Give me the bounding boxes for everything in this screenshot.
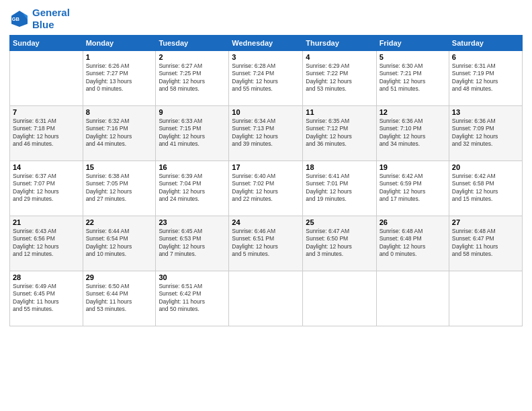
cell-info: Sunrise: 6:34 AM Sunset: 7:13 PM Dayligh… xyxy=(232,118,300,148)
cell-info: Sunrise: 6:48 AM Sunset: 6:48 PM Dayligh… xyxy=(380,228,446,259)
calendar-cell: 4Sunrise: 6:29 AM Sunset: 7:22 PM Daylig… xyxy=(303,51,376,106)
cell-info: Sunrise: 6:36 AM Sunset: 7:10 PM Dayligh… xyxy=(380,118,446,148)
day-number: 4 xyxy=(306,53,373,61)
weekday-header-saturday: Saturday xyxy=(449,36,522,51)
weekday-header-sunday: Sunday xyxy=(10,36,83,51)
calendar-cell: 21Sunrise: 6:43 AM Sunset: 6:56 PM Dayli… xyxy=(10,216,83,271)
calendar-cell: 29Sunrise: 6:50 AM Sunset: 6:44 PM Dayli… xyxy=(83,271,156,326)
day-number: 21 xyxy=(13,218,80,226)
calendar-cell: 20Sunrise: 6:42 AM Sunset: 6:58 PM Dayli… xyxy=(449,161,522,216)
day-number: 18 xyxy=(306,163,373,171)
day-number: 1 xyxy=(86,53,153,61)
cell-info: Sunrise: 6:51 AM Sunset: 6:42 PM Dayligh… xyxy=(159,283,226,314)
cell-info: Sunrise: 6:30 AM Sunset: 7:21 PM Dayligh… xyxy=(380,62,446,93)
cell-info: Sunrise: 6:49 AM Sunset: 6:45 PM Dayligh… xyxy=(13,283,80,314)
calendar-cell: 1Sunrise: 6:26 AM Sunset: 7:27 PM Daylig… xyxy=(83,51,156,106)
calendar-cell: 7Sunrise: 6:31 AM Sunset: 7:18 PM Daylig… xyxy=(10,106,83,161)
cell-info: Sunrise: 6:26 AM Sunset: 7:27 PM Dayligh… xyxy=(86,62,153,93)
weekday-header-tuesday: Tuesday xyxy=(156,36,229,51)
calendar-cell: 28Sunrise: 6:49 AM Sunset: 6:45 PM Dayli… xyxy=(10,271,83,326)
calendar-cell: 11Sunrise: 6:35 AM Sunset: 7:12 PM Dayli… xyxy=(303,106,376,161)
day-number: 12 xyxy=(380,108,446,116)
day-number: 11 xyxy=(306,108,373,116)
calendar-cell: 30Sunrise: 6:51 AM Sunset: 6:42 PM Dayli… xyxy=(156,271,229,326)
cell-info: Sunrise: 6:47 AM Sunset: 6:50 PM Dayligh… xyxy=(306,228,373,259)
week-row-1: 1Sunrise: 6:26 AM Sunset: 7:27 PM Daylig… xyxy=(10,51,523,106)
calendar-cell: 14Sunrise: 6:37 AM Sunset: 7:07 PM Dayli… xyxy=(10,161,83,216)
weekday-header-row: SundayMondayTuesdayWednesdayThursdayFrid… xyxy=(10,36,523,51)
day-number: 6 xyxy=(452,53,519,61)
week-row-4: 21Sunrise: 6:43 AM Sunset: 6:56 PM Dayli… xyxy=(10,216,523,271)
day-number: 15 xyxy=(86,163,153,171)
day-number: 20 xyxy=(452,163,519,171)
calendar-cell: 18Sunrise: 6:41 AM Sunset: 7:01 PM Dayli… xyxy=(303,161,376,216)
calendar-cell: 27Sunrise: 6:48 AM Sunset: 6:47 PM Dayli… xyxy=(449,216,522,271)
header: GB General Blue xyxy=(9,7,523,31)
calendar-cell: 19Sunrise: 6:42 AM Sunset: 6:59 PM Dayli… xyxy=(376,161,449,216)
logo: GB General Blue xyxy=(9,7,70,31)
cell-info: Sunrise: 6:45 AM Sunset: 6:53 PM Dayligh… xyxy=(159,228,226,259)
week-row-2: 7Sunrise: 6:31 AM Sunset: 7:18 PM Daylig… xyxy=(10,106,523,161)
cell-info: Sunrise: 6:40 AM Sunset: 7:02 PM Dayligh… xyxy=(232,173,300,203)
calendar-cell xyxy=(229,271,303,326)
calendar-cell: 25Sunrise: 6:47 AM Sunset: 6:50 PM Dayli… xyxy=(303,216,376,271)
cell-info: Sunrise: 6:42 AM Sunset: 6:58 PM Dayligh… xyxy=(452,173,519,203)
day-number: 28 xyxy=(13,273,80,281)
cell-info: Sunrise: 6:35 AM Sunset: 7:12 PM Dayligh… xyxy=(306,118,373,148)
calendar-cell: 5Sunrise: 6:30 AM Sunset: 7:21 PM Daylig… xyxy=(376,51,449,106)
day-number: 3 xyxy=(232,53,300,61)
weekday-header-monday: Monday xyxy=(83,36,156,51)
calendar-cell xyxy=(10,51,83,106)
day-number: 25 xyxy=(306,218,373,226)
day-number: 5 xyxy=(380,53,446,61)
cell-info: Sunrise: 6:46 AM Sunset: 6:51 PM Dayligh… xyxy=(232,228,300,259)
calendar-cell: 22Sunrise: 6:44 AM Sunset: 6:54 PM Dayli… xyxy=(83,216,156,271)
day-number: 23 xyxy=(159,218,226,226)
cell-info: Sunrise: 6:43 AM Sunset: 6:56 PM Dayligh… xyxy=(13,228,80,259)
day-number: 2 xyxy=(159,53,226,61)
day-number: 8 xyxy=(86,108,153,116)
calendar-cell: 8Sunrise: 6:32 AM Sunset: 7:16 PM Daylig… xyxy=(83,106,156,161)
calendar-cell: 2Sunrise: 6:27 AM Sunset: 7:25 PM Daylig… xyxy=(156,51,229,106)
day-number: 10 xyxy=(232,108,300,116)
day-number: 22 xyxy=(86,218,153,226)
day-number: 16 xyxy=(159,163,226,171)
cell-info: Sunrise: 6:33 AM Sunset: 7:15 PM Dayligh… xyxy=(159,118,226,148)
calendar: SundayMondayTuesdayWednesdayThursdayFrid… xyxy=(9,35,523,326)
logo-text: General Blue xyxy=(32,7,70,31)
calendar-cell: 26Sunrise: 6:48 AM Sunset: 6:48 PM Dayli… xyxy=(376,216,449,271)
day-number: 17 xyxy=(232,163,300,171)
cell-info: Sunrise: 6:42 AM Sunset: 6:59 PM Dayligh… xyxy=(380,173,446,203)
week-row-3: 14Sunrise: 6:37 AM Sunset: 7:07 PM Dayli… xyxy=(10,161,523,216)
cell-info: Sunrise: 6:32 AM Sunset: 7:16 PM Dayligh… xyxy=(86,118,153,148)
calendar-cell: 10Sunrise: 6:34 AM Sunset: 7:13 PM Dayli… xyxy=(229,106,303,161)
day-number: 9 xyxy=(159,108,226,116)
cell-info: Sunrise: 6:31 AM Sunset: 7:19 PM Dayligh… xyxy=(452,62,519,93)
calendar-cell: 15Sunrise: 6:38 AM Sunset: 7:05 PM Dayli… xyxy=(83,161,156,216)
day-number: 26 xyxy=(380,218,446,226)
day-number: 27 xyxy=(452,218,519,226)
day-number: 13 xyxy=(452,108,519,116)
calendar-cell: 16Sunrise: 6:39 AM Sunset: 7:04 PM Dayli… xyxy=(156,161,229,216)
calendar-cell xyxy=(449,271,522,326)
day-number: 24 xyxy=(232,218,300,226)
weekday-header-friday: Friday xyxy=(376,36,449,51)
page: GB General Blue SundayMondayTuesdayWedne… xyxy=(0,0,532,411)
cell-info: Sunrise: 6:29 AM Sunset: 7:22 PM Dayligh… xyxy=(306,62,373,93)
logo-icon: GB xyxy=(9,9,30,29)
week-row-5: 28Sunrise: 6:49 AM Sunset: 6:45 PM Dayli… xyxy=(10,271,523,326)
cell-info: Sunrise: 6:48 AM Sunset: 6:47 PM Dayligh… xyxy=(452,228,519,259)
cell-info: Sunrise: 6:37 AM Sunset: 7:07 PM Dayligh… xyxy=(13,173,80,203)
day-number: 30 xyxy=(159,273,226,281)
calendar-cell xyxy=(303,271,376,326)
calendar-cell xyxy=(376,271,449,326)
day-number: 7 xyxy=(13,108,80,116)
day-number: 29 xyxy=(86,273,153,281)
calendar-cell: 3Sunrise: 6:28 AM Sunset: 7:24 PM Daylig… xyxy=(229,51,303,106)
cell-info: Sunrise: 6:28 AM Sunset: 7:24 PM Dayligh… xyxy=(232,62,300,93)
svg-text:GB: GB xyxy=(12,16,20,22)
calendar-cell: 23Sunrise: 6:45 AM Sunset: 6:53 PM Dayli… xyxy=(156,216,229,271)
calendar-cell: 6Sunrise: 6:31 AM Sunset: 7:19 PM Daylig… xyxy=(449,51,522,106)
cell-info: Sunrise: 6:27 AM Sunset: 7:25 PM Dayligh… xyxy=(159,62,226,93)
cell-info: Sunrise: 6:38 AM Sunset: 7:05 PM Dayligh… xyxy=(86,173,153,203)
